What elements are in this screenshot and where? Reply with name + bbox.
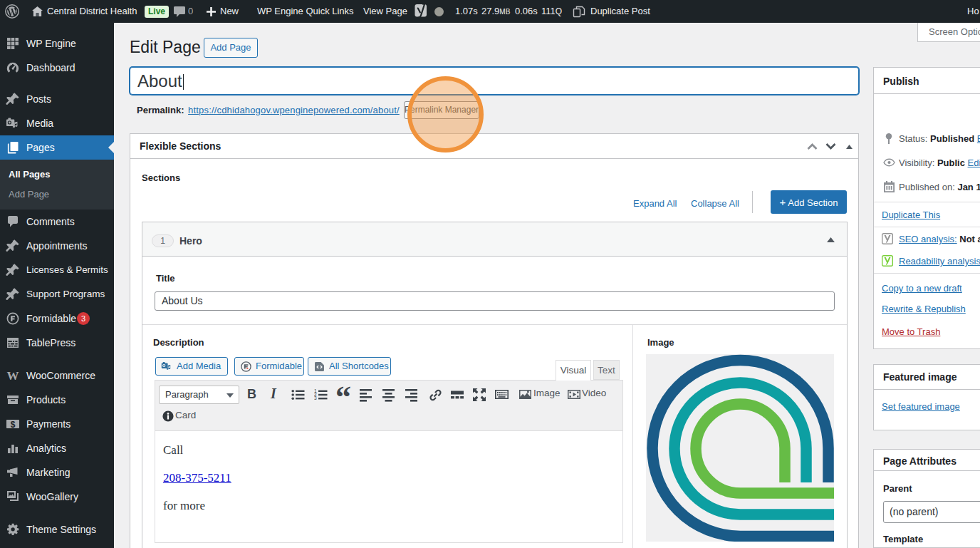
svg-text:3: 3 [314,396,317,400]
